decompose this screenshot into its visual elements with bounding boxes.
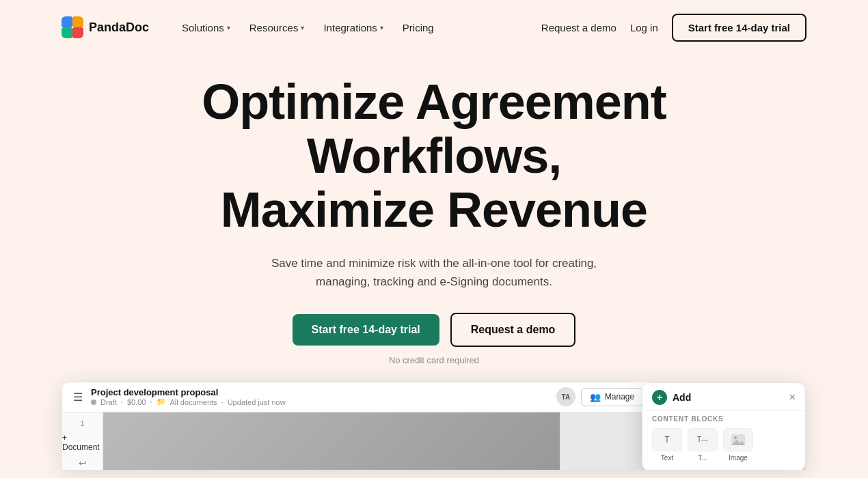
add-panel-title: Add <box>673 392 691 403</box>
add-panel-title-row: + Add <box>652 390 691 405</box>
hero-title: Optimize Agreement Workflows, Maximize R… <box>195 75 673 238</box>
svg-rect-2 <box>72 16 83 27</box>
svg-point-6 <box>734 436 737 439</box>
add-panel-section-label: CONTENT BLOCKS <box>642 411 805 425</box>
brand-name: PandaDoc <box>89 20 149 35</box>
chevron-down-icon: ▾ <box>380 24 383 31</box>
add-image-block[interactable]: Image <box>723 428 753 462</box>
doc-status: Draft <box>100 398 117 406</box>
doc-image-area <box>103 412 560 470</box>
add-circle-icon: + <box>652 390 667 405</box>
nav-solutions[interactable]: Solutions ▾ <box>174 16 239 39</box>
manage-button[interactable]: 👥 Manage <box>581 388 643 406</box>
hero-subtitle: Save time and minimize risk with the all… <box>270 254 598 291</box>
chevron-down-icon: ▾ <box>301 24 304 31</box>
navbar: PandaDoc Solutions ▾ Resources ▾ Integra… <box>0 0 868 55</box>
hero-note: No credit card required <box>389 355 479 365</box>
hero-section: Optimize Agreement Workflows, Maximize R… <box>0 55 868 365</box>
doc-preview: ☰ Project development proposal Draft · $… <box>62 382 806 470</box>
avatar-ta: TA <box>556 387 575 406</box>
hero-buttons: Start free 14-day trial Request a demo <box>293 313 576 347</box>
add-document-button[interactable]: + Document <box>62 433 103 452</box>
doc-updated: Updated just now <box>228 398 286 406</box>
close-icon[interactable]: × <box>789 391 796 404</box>
nav-resources[interactable]: Resources ▾ <box>241 16 313 39</box>
svg-rect-1 <box>62 16 72 27</box>
doc-amount: $0.00 <box>127 398 146 406</box>
doc-left-panel: 1 + Document ↩ ↪ <box>62 412 103 470</box>
doc-title-info: Project development proposal Draft · $0.… <box>91 387 548 406</box>
login-link[interactable]: Log in <box>630 22 658 33</box>
add-text-block[interactable]: T Text <box>652 428 682 462</box>
page-number: 1 <box>80 419 84 427</box>
add-panel: + Add × CONTENT BLOCKS T Text T— T... <box>642 382 806 470</box>
text-block-icon: T <box>652 428 682 451</box>
nav-trial-button[interactable]: Start free 14-day trial <box>672 14 806 42</box>
logo[interactable]: PandaDoc <box>62 16 149 38</box>
add-panel-items: T Text T— T... Image <box>642 425 805 464</box>
folder-icon: 📁 <box>157 397 166 406</box>
hero-cta-primary[interactable]: Start free 14-day trial <box>293 314 439 346</box>
chevron-down-icon: ▾ <box>227 24 230 31</box>
menu-icon[interactable]: ☰ <box>73 391 83 404</box>
hero-cta-secondary[interactable]: Request a demo <box>450 313 576 347</box>
nav-pricing[interactable]: Pricing <box>394 16 442 39</box>
add-panel-header: + Add × <box>642 383 805 411</box>
image-block-icon <box>723 428 753 451</box>
undo-icon[interactable]: ↩ <box>79 458 87 468</box>
add-text2-block[interactable]: T— T... <box>688 428 718 462</box>
people-icon: 👥 <box>590 392 601 402</box>
svg-rect-3 <box>62 27 72 38</box>
doc-name: Project development proposal <box>91 387 548 397</box>
logo-icon <box>62 16 83 38</box>
nav-integrations[interactable]: Integrations ▾ <box>315 16 391 39</box>
nav-links: Solutions ▾ Resources ▾ Integrations ▾ P… <box>174 16 541 39</box>
text2-block-icon: T— <box>688 428 718 451</box>
nav-right: Request a demo Log in Start free 14-day … <box>541 14 806 42</box>
status-dot <box>91 399 96 405</box>
doc-location: All documents <box>170 398 217 406</box>
doc-meta: Draft · $0.00 · 📁 All documents · Update… <box>91 397 548 406</box>
request-demo-link[interactable]: Request a demo <box>541 22 616 33</box>
svg-rect-4 <box>72 27 83 38</box>
